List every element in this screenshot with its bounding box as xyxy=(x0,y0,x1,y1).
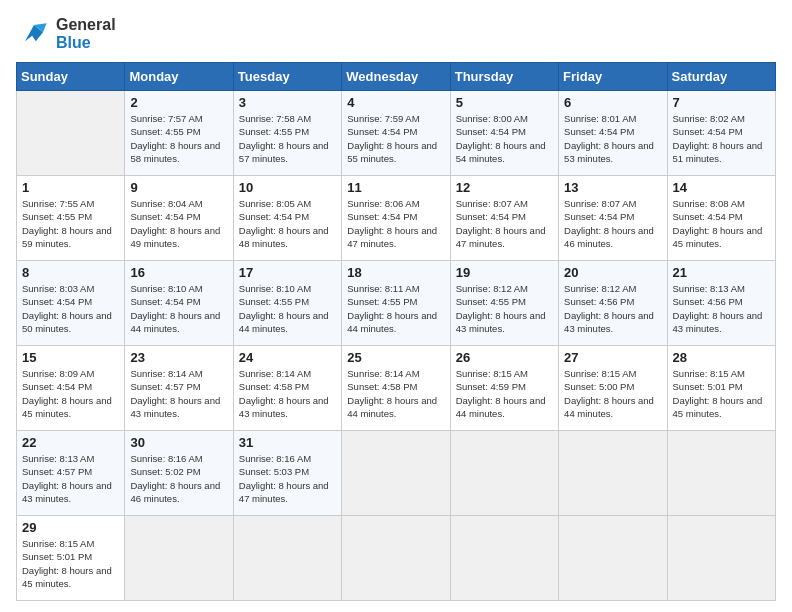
calendar-cell xyxy=(342,431,450,516)
calendar-cell xyxy=(450,516,558,601)
calendar-cell: 12 Sunrise: 8:07 AMSunset: 4:54 PMDaylig… xyxy=(450,176,558,261)
day-number: 3 xyxy=(239,95,336,110)
day-info: Sunrise: 8:00 AMSunset: 4:54 PMDaylight:… xyxy=(456,112,553,165)
day-number: 22 xyxy=(22,435,119,450)
day-number: 2 xyxy=(130,95,227,110)
day-info: Sunrise: 7:55 AMSunset: 4:55 PMDaylight:… xyxy=(22,197,119,250)
calendar-cell xyxy=(17,91,125,176)
calendar-cell xyxy=(667,516,775,601)
calendar-cell: 22 Sunrise: 8:13 AMSunset: 4:57 PMDaylig… xyxy=(17,431,125,516)
calendar-cell xyxy=(559,516,667,601)
day-info: Sunrise: 8:07 AMSunset: 4:54 PMDaylight:… xyxy=(564,197,661,250)
day-info: Sunrise: 7:58 AMSunset: 4:55 PMDaylight:… xyxy=(239,112,336,165)
day-number: 30 xyxy=(130,435,227,450)
day-number: 12 xyxy=(456,180,553,195)
calendar-cell: 19 Sunrise: 8:12 AMSunset: 4:55 PMDaylig… xyxy=(450,261,558,346)
calendar-cell: 23 Sunrise: 8:14 AMSunset: 4:57 PMDaylig… xyxy=(125,346,233,431)
day-number: 8 xyxy=(22,265,119,280)
day-number: 10 xyxy=(239,180,336,195)
calendar-cell xyxy=(342,516,450,601)
day-info: Sunrise: 8:14 AMSunset: 4:58 PMDaylight:… xyxy=(347,367,444,420)
day-number: 11 xyxy=(347,180,444,195)
day-number: 29 xyxy=(22,520,119,535)
day-number: 14 xyxy=(673,180,770,195)
day-info: Sunrise: 8:11 AMSunset: 4:55 PMDaylight:… xyxy=(347,282,444,335)
day-info: Sunrise: 8:12 AMSunset: 4:55 PMDaylight:… xyxy=(456,282,553,335)
calendar-cell: 24 Sunrise: 8:14 AMSunset: 4:58 PMDaylig… xyxy=(233,346,341,431)
calendar-cell: 28 Sunrise: 8:15 AMSunset: 5:01 PMDaylig… xyxy=(667,346,775,431)
calendar-row: 2 Sunrise: 7:57 AMSunset: 4:55 PMDayligh… xyxy=(17,91,776,176)
day-number: 24 xyxy=(239,350,336,365)
calendar-cell: 31 Sunrise: 8:16 AMSunset: 5:03 PMDaylig… xyxy=(233,431,341,516)
calendar-cell: 4 Sunrise: 7:59 AMSunset: 4:54 PMDayligh… xyxy=(342,91,450,176)
calendar-cell: 29 Sunrise: 8:15 AMSunset: 5:01 PMDaylig… xyxy=(17,516,125,601)
calendar-cell: 6 Sunrise: 8:01 AMSunset: 4:54 PMDayligh… xyxy=(559,91,667,176)
calendar-cell: 3 Sunrise: 7:58 AMSunset: 4:55 PMDayligh… xyxy=(233,91,341,176)
day-info: Sunrise: 8:02 AMSunset: 4:54 PMDaylight:… xyxy=(673,112,770,165)
day-number: 26 xyxy=(456,350,553,365)
day-number: 5 xyxy=(456,95,553,110)
calendar-row: 8 Sunrise: 8:03 AMSunset: 4:54 PMDayligh… xyxy=(17,261,776,346)
day-info: Sunrise: 7:59 AMSunset: 4:54 PMDaylight:… xyxy=(347,112,444,165)
day-number: 4 xyxy=(347,95,444,110)
weekday-header: Wednesday xyxy=(342,63,450,91)
calendar-cell: 27 Sunrise: 8:15 AMSunset: 5:00 PMDaylig… xyxy=(559,346,667,431)
calendar-cell xyxy=(667,431,775,516)
calendar-cell: 20 Sunrise: 8:12 AMSunset: 4:56 PMDaylig… xyxy=(559,261,667,346)
calendar-row: 22 Sunrise: 8:13 AMSunset: 4:57 PMDaylig… xyxy=(17,431,776,516)
calendar-cell xyxy=(450,431,558,516)
calendar-cell: 14 Sunrise: 8:08 AMSunset: 4:54 PMDaylig… xyxy=(667,176,775,261)
day-info: Sunrise: 8:09 AMSunset: 4:54 PMDaylight:… xyxy=(22,367,119,420)
weekday-header: Sunday xyxy=(17,63,125,91)
calendar-cell: 26 Sunrise: 8:15 AMSunset: 4:59 PMDaylig… xyxy=(450,346,558,431)
calendar-cell: 5 Sunrise: 8:00 AMSunset: 4:54 PMDayligh… xyxy=(450,91,558,176)
weekday-header: Tuesday xyxy=(233,63,341,91)
day-info: Sunrise: 8:16 AMSunset: 5:02 PMDaylight:… xyxy=(130,452,227,505)
day-info: Sunrise: 8:04 AMSunset: 4:54 PMDaylight:… xyxy=(130,197,227,250)
day-number: 20 xyxy=(564,265,661,280)
weekday-header: Thursday xyxy=(450,63,558,91)
day-number: 27 xyxy=(564,350,661,365)
calendar-cell: 25 Sunrise: 8:14 AMSunset: 4:58 PMDaylig… xyxy=(342,346,450,431)
day-info: Sunrise: 8:01 AMSunset: 4:54 PMDaylight:… xyxy=(564,112,661,165)
calendar-cell: 15 Sunrise: 8:09 AMSunset: 4:54 PMDaylig… xyxy=(17,346,125,431)
day-info: Sunrise: 8:13 AMSunset: 4:57 PMDaylight:… xyxy=(22,452,119,505)
day-number: 17 xyxy=(239,265,336,280)
day-number: 19 xyxy=(456,265,553,280)
day-info: Sunrise: 8:15 AMSunset: 5:00 PMDaylight:… xyxy=(564,367,661,420)
day-number: 16 xyxy=(130,265,227,280)
calendar-cell: 9 Sunrise: 8:04 AMSunset: 4:54 PMDayligh… xyxy=(125,176,233,261)
calendar-cell: 10 Sunrise: 8:05 AMSunset: 4:54 PMDaylig… xyxy=(233,176,341,261)
day-number: 21 xyxy=(673,265,770,280)
day-info: Sunrise: 8:16 AMSunset: 5:03 PMDaylight:… xyxy=(239,452,336,505)
day-info: Sunrise: 8:08 AMSunset: 4:54 PMDaylight:… xyxy=(673,197,770,250)
day-info: Sunrise: 8:15 AMSunset: 5:01 PMDaylight:… xyxy=(673,367,770,420)
weekday-header: Saturday xyxy=(667,63,775,91)
calendar-cell xyxy=(125,516,233,601)
calendar-cell: 17 Sunrise: 8:10 AMSunset: 4:55 PMDaylig… xyxy=(233,261,341,346)
calendar-cell xyxy=(559,431,667,516)
weekday-header: Friday xyxy=(559,63,667,91)
calendar-cell xyxy=(233,516,341,601)
day-info: Sunrise: 8:10 AMSunset: 4:54 PMDaylight:… xyxy=(130,282,227,335)
day-number: 15 xyxy=(22,350,119,365)
calendar-cell: 16 Sunrise: 8:10 AMSunset: 4:54 PMDaylig… xyxy=(125,261,233,346)
calendar-cell: 30 Sunrise: 8:16 AMSunset: 5:02 PMDaylig… xyxy=(125,431,233,516)
calendar-cell: 8 Sunrise: 8:03 AMSunset: 4:54 PMDayligh… xyxy=(17,261,125,346)
day-number: 7 xyxy=(673,95,770,110)
calendar-table: SundayMondayTuesdayWednesdayThursdayFrid… xyxy=(16,62,776,601)
logo: General Blue xyxy=(16,16,116,52)
day-number: 9 xyxy=(130,180,227,195)
day-number: 18 xyxy=(347,265,444,280)
calendar-row: 29 Sunrise: 8:15 AMSunset: 5:01 PMDaylig… xyxy=(17,516,776,601)
logo-text: General Blue xyxy=(56,16,116,52)
day-info: Sunrise: 8:15 AMSunset: 4:59 PMDaylight:… xyxy=(456,367,553,420)
day-info: Sunrise: 8:10 AMSunset: 4:55 PMDaylight:… xyxy=(239,282,336,335)
day-info: Sunrise: 8:12 AMSunset: 4:56 PMDaylight:… xyxy=(564,282,661,335)
calendar-cell: 2 Sunrise: 7:57 AMSunset: 4:55 PMDayligh… xyxy=(125,91,233,176)
day-info: Sunrise: 8:05 AMSunset: 4:54 PMDaylight:… xyxy=(239,197,336,250)
day-info: Sunrise: 8:14 AMSunset: 4:58 PMDaylight:… xyxy=(239,367,336,420)
day-number: 25 xyxy=(347,350,444,365)
calendar-cell: 1 Sunrise: 7:55 AMSunset: 4:55 PMDayligh… xyxy=(17,176,125,261)
day-info: Sunrise: 7:57 AMSunset: 4:55 PMDaylight:… xyxy=(130,112,227,165)
